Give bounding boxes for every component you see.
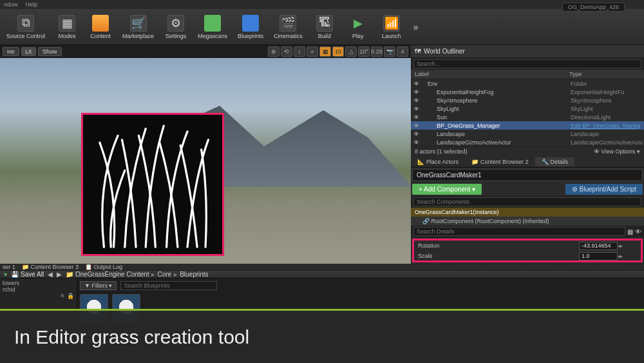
breadcrumb: 📁 OneGrassEngine Content▸ Core▸ Blueprin… — [66, 271, 208, 278]
outliner-row[interactable]: 👁SkyAtmosphereSkyAtmosphere — [411, 96, 644, 104]
viewport-3d[interactable] — [0, 58, 411, 264]
caption-overlay: In Editor grass creation tool — [0, 309, 644, 363]
gear-icon: ⚙ — [167, 15, 184, 32]
grass-card-preview — [81, 113, 224, 256]
cinematics-button[interactable]: 🎬Cinematics — [270, 11, 307, 43]
show-dropdown[interactable]: Show — [38, 47, 62, 56]
outliner-row[interactable]: 👁SunDirectionalLight — [411, 113, 644, 121]
camera-speed-value[interactable]: 4 — [397, 46, 408, 57]
perspective-dropdown[interactable]: ive — [3, 47, 19, 56]
outliner-footer: 8 actors (1 selected) 👁 View Options ▾ — [411, 146, 644, 156]
scale-input[interactable] — [579, 252, 618, 260]
menu-bar: ndow Help — [0, 0, 644, 9]
search-details-input[interactable] — [413, 227, 625, 236]
rotation-input[interactable] — [579, 242, 618, 250]
outliner-row[interactable]: 👁LandscapeGizmoActiveActorLandscapeGizmo… — [411, 138, 644, 146]
component-instance-row[interactable]: OneGrassCardMaker1(Instance) — [411, 208, 644, 217]
gizmo-icon[interactable]: ⊕ — [268, 46, 279, 57]
megascans-button[interactable]: Megascans — [194, 11, 231, 43]
folder-icon — [92, 15, 109, 32]
nav-fwd-icon[interactable]: ▶ — [57, 271, 62, 278]
world-outliner-title: 🗺World Outliner — [411, 45, 644, 58]
blueprints-icon — [242, 15, 259, 32]
clapper-icon: 🎬 — [279, 15, 296, 32]
details-panel: Rotation◂▸ Scale◂▸ Flip ▾ 03. Scattering… — [412, 239, 643, 262]
source-control-button[interactable]: ⧉Source Control — [3, 11, 49, 43]
project-pill: OG_DemoApp_426 — [562, 3, 625, 12]
grid-snap-value[interactable]: 10 — [332, 46, 344, 57]
flip-checkbox[interactable] — [579, 262, 587, 263]
outliner-header: LabelType — [411, 70, 644, 79]
menu-window[interactable]: ndow — [4, 1, 18, 8]
grid-snap-toggle[interactable]: ▦ — [319, 46, 331, 57]
blueprint-add-script-button[interactable]: ⚙ Blueprint/Add Script — [565, 184, 643, 195]
tab-ser-1[interactable]: ser 1 — [3, 264, 15, 270]
lock-icon[interactable]: 🔒 — [67, 293, 74, 299]
main-toolbar: ⧉Source Control ▦Modes Content 🛒Marketpl… — [0, 9, 644, 45]
nav-back-icon[interactable]: ◀ — [48, 271, 53, 278]
toolbar-overflow-icon[interactable]: » — [410, 22, 422, 32]
build-button[interactable]: 🏗Build — [309, 11, 340, 43]
cart-icon: 🛒 — [130, 15, 147, 32]
surface-snap-icon[interactable]: ≡ — [307, 46, 318, 57]
content-search-input[interactable] — [120, 281, 217, 290]
camera-speed-icon[interactable]: 📷 — [384, 46, 395, 57]
scale-snap-value[interactable]: 0.25 — [371, 46, 383, 57]
viewport-toolbar: ive Lit Show ⊕ ⟲ ↕ ≡ ▦ 10 △ 10° 0.25 📷 4 — [0, 45, 411, 58]
lit-dropdown[interactable]: Lit — [21, 47, 37, 56]
build-icon: 🏗 — [316, 15, 333, 32]
save-all-button[interactable]: 💾 Save All — [11, 271, 44, 278]
launch-icon: 📶 — [383, 15, 400, 32]
outliner-row[interactable]: 👁SkyLightSkyLight — [411, 104, 644, 113]
eye-icon[interactable]: 👁 — [635, 228, 641, 235]
settings-button[interactable]: ⚙Settings — [160, 11, 191, 43]
modes-icon: ▦ — [59, 15, 75, 32]
content-button[interactable]: Content — [85, 11, 116, 43]
play-button[interactable]: ▶Play — [343, 11, 374, 43]
gizmo-icon-2[interactable]: ⟲ — [281, 46, 292, 57]
gizmo-icon-3[interactable]: ↕ — [294, 46, 305, 57]
outliner-row[interactable]: 👁EnvFolder — [411, 79, 644, 88]
add-component-button[interactable]: + Add Component ▾ — [412, 184, 482, 195]
tab-details[interactable]: 🔧 Details — [535, 157, 575, 166]
outliner-list: 👁EnvFolder👁ExponentialHeightFogExponenti… — [411, 79, 644, 146]
outliner-row[interactable]: 👁ExponentialHeightFogExponentialHeightFo — [411, 88, 644, 96]
tab-content-browser-3[interactable]: 📁 Content Browser 3 — [22, 264, 79, 270]
marketplace-button[interactable]: 🛒Marketplace — [118, 11, 158, 43]
source-control-icon: ⧉ — [17, 15, 34, 32]
modes-button[interactable]: ▦Modes — [52, 11, 82, 43]
launch-button[interactable]: 📶Launch — [376, 11, 407, 43]
outliner-row[interactable]: 👁LandscapeLandscape — [411, 130, 644, 138]
selected-object-name[interactable]: OneGrassCardMaker1 — [412, 169, 643, 181]
view-options-dropdown[interactable]: 👁 View Options ▾ — [594, 148, 640, 155]
angle-snap-icon[interactable]: △ — [345, 46, 357, 57]
sitemap-icon: 🗺 — [415, 48, 421, 55]
outliner-row[interactable]: 👁BP_OneGrass_ManagerEdit BP_OneGrass_Man… — [411, 121, 644, 130]
menu-help[interactable]: Help — [26, 1, 38, 8]
blueprints-button[interactable]: Blueprints — [234, 11, 267, 43]
crumb-blueprints[interactable]: Blueprints — [180, 271, 208, 278]
filters-dropdown[interactable]: ▼ Filters ▾ — [80, 281, 117, 290]
tab-content-browser-2[interactable]: 📁 Content Browser 2 — [465, 157, 535, 166]
tab-place-actors[interactable]: 📐 Place Actors — [411, 157, 465, 166]
angle-snap-value[interactable]: 10° — [358, 46, 370, 57]
add-new-icon[interactable]: ▾ — [4, 271, 7, 278]
outliner-search-input[interactable] — [413, 59, 641, 68]
property-matrix-icon[interactable]: ▦ — [627, 228, 633, 235]
crumb-core[interactable]: Core — [157, 271, 171, 278]
component-root-row[interactable]: 🔗 RootComponent (RootComponent) (Inherit… — [411, 217, 644, 226]
search-components-input[interactable] — [413, 197, 641, 206]
crumb-root[interactable]: 📁 OneGrassEngine Content — [66, 271, 149, 278]
play-icon: ▶ — [350, 15, 366, 32]
tab-output-log[interactable]: 📋 Output Log — [85, 264, 122, 270]
megascans-icon — [204, 15, 221, 32]
grass-silhouette-icon — [83, 115, 222, 254]
